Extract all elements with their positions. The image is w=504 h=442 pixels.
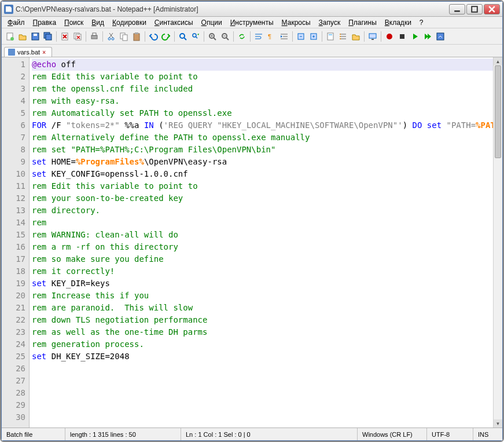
maximize-button[interactable]	[466, 4, 483, 14]
svg-rect-26	[135, 32, 138, 34]
find-icon[interactable]	[177, 31, 189, 42]
monitor-icon[interactable]	[367, 31, 378, 42]
zoom-out-icon[interactable]	[219, 31, 231, 42]
code-line[interactable]: rem are paranoid. This will slow	[32, 302, 500, 314]
scrollbar-thumb[interactable]	[495, 65, 501, 158]
indent-icon[interactable]	[278, 31, 290, 42]
svg-point-56	[340, 36, 341, 37]
code-line[interactable]: rem set "PATH=%PATH%;C:\Program Files\Op…	[32, 144, 500, 156]
paste-icon[interactable]	[131, 31, 142, 42]
code-line[interactable]: rem Automatically set PATH to openssl.ex…	[32, 107, 500, 119]
menu-item-4[interactable]: Кодировки	[109, 17, 150, 28]
play-icon[interactable]	[409, 31, 421, 42]
toolbar-separator	[322, 31, 322, 42]
svg-rect-18	[93, 33, 96, 35]
menu-item-10[interactable]: Плагины	[345, 17, 380, 28]
line-number: 19	[2, 277, 25, 290]
code-line[interactable]: rem with easy-rsa.	[32, 95, 500, 107]
line-number: 9	[2, 156, 25, 168]
all-chars-icon[interactable]: ¶	[266, 31, 277, 42]
code-content[interactable]: @echo offrem Edit this variable to point…	[30, 57, 502, 428]
undo-icon[interactable]	[148, 31, 159, 42]
svg-point-27	[180, 34, 185, 38]
folder-icon[interactable]	[350, 31, 362, 42]
fold-icon[interactable]	[295, 31, 307, 42]
print-icon[interactable]	[89, 31, 100, 42]
code-line[interactable]: rem WARNING: clean-all will do	[32, 229, 500, 241]
menu-item-9[interactable]: Запуск	[315, 17, 344, 28]
open-icon[interactable]	[17, 31, 28, 42]
doc-map-icon[interactable]	[325, 31, 336, 42]
menu-item-2[interactable]: Поиск	[61, 17, 87, 28]
zoom-in-icon[interactable]	[207, 31, 218, 42]
menu-item-1[interactable]: Правка	[30, 17, 60, 28]
code-line[interactable]: rem it correctly!	[32, 265, 500, 277]
tab-vars-bat[interactable]: vars.bat ×	[4, 47, 52, 57]
line-number: 13	[2, 204, 25, 217]
code-line[interactable]: @echo off	[32, 59, 500, 71]
menu-item-6[interactable]: Опции	[198, 17, 226, 28]
code-line[interactable]: rem down TLS negotiation performance	[32, 314, 500, 326]
record-icon[interactable]	[384, 31, 395, 42]
svg-line-30	[196, 36, 197, 38]
scroll-up-arrow[interactable]: ▲	[494, 57, 502, 65]
vertical-scrollbar[interactable]: ▲ ▼	[493, 57, 502, 428]
code-line[interactable]: rem generation process.	[32, 338, 500, 350]
code-line[interactable]: rem so make sure you define	[32, 253, 500, 265]
redo-icon[interactable]	[160, 31, 172, 42]
new-icon[interactable]	[4, 31, 16, 42]
code-line[interactable]: rem the openssl.cnf file included	[32, 83, 500, 95]
window-frame: C:\OpenVPN\easy-rsa\vars.bat - Notepad++…	[1, 1, 503, 441]
toolbar-separator	[174, 31, 175, 42]
code-line[interactable]: rem a rm -rf on this directory	[32, 241, 500, 253]
menu-item-8[interactable]: Макросы	[278, 17, 314, 28]
menu-item-5[interactable]: Синтаксисы	[151, 17, 197, 28]
unfold-icon[interactable]	[308, 31, 319, 42]
menu-item-0[interactable]: Файл	[4, 17, 28, 28]
sync-icon[interactable]	[236, 31, 248, 42]
stop-icon[interactable]	[396, 31, 408, 42]
code-line[interactable]: rem Edit this variable to point to	[32, 71, 500, 83]
tab-close-icon[interactable]: ×	[42, 49, 48, 55]
code-line[interactable]: rem as well as the one-time DH parms	[32, 326, 500, 338]
save-macro-icon[interactable]	[435, 31, 446, 42]
code-line[interactable]: FOR /F "tokens=2*" %%a IN ('REG QUERY "H…	[32, 119, 500, 131]
line-number: 12	[2, 192, 25, 204]
minimize-button[interactable]	[449, 4, 465, 14]
code-line[interactable]: rem directory.	[32, 204, 500, 217]
menu-item-3[interactable]: Вид	[88, 17, 108, 28]
code-line[interactable]: rem Increase this if you	[32, 290, 500, 302]
line-number: 30	[2, 411, 25, 423]
menu-item-11[interactable]: Вкладки	[381, 17, 415, 28]
wrap-icon[interactable]	[253, 31, 264, 42]
save-icon[interactable]	[30, 31, 41, 42]
copy-icon[interactable]	[118, 31, 130, 42]
line-number: 16	[2, 241, 25, 253]
svg-rect-9	[46, 34, 51, 40]
scroll-down-arrow[interactable]: ▼	[494, 419, 502, 428]
play-multi-icon[interactable]	[422, 31, 433, 42]
line-number: 8	[2, 144, 25, 156]
cut-icon[interactable]	[105, 31, 117, 42]
func-list-icon[interactable]	[337, 31, 349, 42]
close-button[interactable]	[484, 4, 500, 14]
code-line[interactable]: rem your soon-to-be-created key	[32, 192, 500, 204]
titlebar[interactable]: C:\OpenVPN\easy-rsa\vars.bat - Notepad++…	[2, 2, 502, 17]
code-line[interactable]: set HOME=%ProgramFiles%\OpenVPN\easy-rsa	[32, 156, 500, 168]
code-line[interactable]: set KEY_CONFIG=openssl-1.0.0.cnf	[32, 168, 500, 180]
line-number: 4	[2, 95, 25, 107]
close-icon[interactable]	[59, 31, 71, 42]
svg-rect-25	[134, 34, 139, 41]
close-all-icon[interactable]	[72, 31, 83, 42]
menu-item-12[interactable]: ?	[416, 17, 427, 28]
code-line[interactable]: set KEY_DIR=keys	[32, 277, 500, 290]
code-line[interactable]: rem	[32, 217, 500, 229]
code-line[interactable]: rem Edit this variable to point to	[32, 180, 500, 192]
replace-icon[interactable]	[190, 31, 201, 42]
code-line[interactable]: rem Alternatively define the PATH to ope…	[32, 131, 500, 144]
code-line[interactable]: set DH_KEY_SIZE=2048	[32, 350, 500, 363]
editor-area[interactable]: 1234567891011121314151617181920212223242…	[2, 57, 502, 428]
save-all-icon[interactable]	[42, 31, 54, 42]
line-number: 3	[2, 83, 25, 95]
menu-item-7[interactable]: Инструменты	[227, 17, 277, 28]
